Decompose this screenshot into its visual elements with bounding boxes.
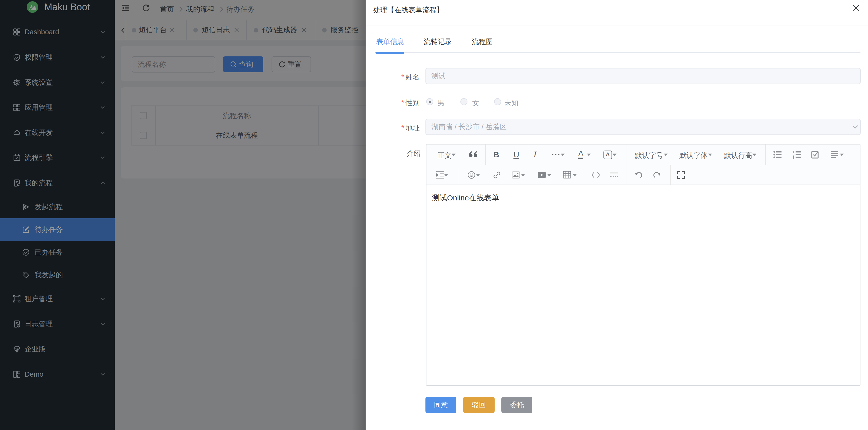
- svg-text:3: 3: [793, 155, 795, 159]
